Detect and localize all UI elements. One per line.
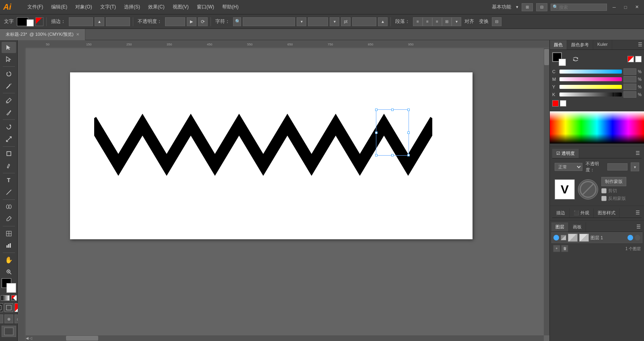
close-tab-btn[interactable]: ✕ bbox=[76, 32, 79, 37]
menu-help[interactable]: 帮助(H) bbox=[219, 2, 242, 12]
font-style-input[interactable]: Reg... bbox=[308, 17, 328, 26]
layer-preview-small[interactable] bbox=[2, 326, 16, 337]
font-input[interactable]: Arial bbox=[243, 17, 295, 26]
c-slider[interactable] bbox=[559, 70, 622, 74]
tool-type[interactable]: T bbox=[2, 175, 16, 186]
tab-transparency[interactable]: ☑ 透明度 bbox=[552, 149, 579, 158]
transform-dropdown-btn[interactable]: ⊟ bbox=[492, 17, 502, 26]
tool-paintbrush[interactable] bbox=[2, 107, 16, 118]
menu-text[interactable]: 文字(T) bbox=[97, 2, 119, 12]
tool-lasso[interactable] bbox=[2, 68, 16, 80]
scrollbar-thumb-v[interactable] bbox=[544, 49, 549, 65]
swatch-white[interactable] bbox=[560, 100, 566, 107]
tab-artboard[interactable]: 画板 bbox=[569, 222, 586, 232]
toolbar-stroke-swatch[interactable] bbox=[27, 19, 34, 27]
tab-gradient[interactable]: ⬛ 外观 bbox=[570, 208, 594, 218]
color-fg-bg[interactable] bbox=[552, 52, 566, 66]
new-layer-btn[interactable]: + bbox=[553, 245, 560, 252]
y-slider[interactable] bbox=[559, 85, 622, 89]
c-value[interactable]: 0 bbox=[623, 68, 636, 75]
menu-file[interactable]: 文件(F) bbox=[24, 2, 46, 12]
char-search-icon[interactable] bbox=[233, 17, 241, 26]
fg-bg-swatches[interactable] bbox=[2, 278, 16, 293]
align-justify-btn[interactable]: ⊞ bbox=[442, 17, 452, 26]
opacity-up-btn[interactable]: ▶ bbox=[187, 17, 196, 26]
nav-left-btn[interactable]: ◁ bbox=[29, 336, 32, 340]
gradient-swatch[interactable] bbox=[1, 295, 10, 301]
font-size-input[interactable]: 156.75 bbox=[352, 17, 376, 26]
menu-view[interactable]: 视图(V) bbox=[169, 2, 192, 12]
stroke-up-btn[interactable]: ▲ bbox=[95, 17, 104, 26]
m-value[interactable]: 0 bbox=[623, 76, 636, 82]
workspace-btn[interactable]: ⊞ bbox=[522, 3, 533, 11]
tool-pencil[interactable] bbox=[2, 160, 16, 171]
tool-rotate[interactable] bbox=[2, 121, 16, 133]
stroke-value-input[interactable] bbox=[106, 17, 130, 26]
y-value[interactable]: 0 bbox=[623, 84, 636, 90]
blend-mode-select[interactable]: 正常 bbox=[555, 163, 582, 171]
close-btn[interactable]: ✕ bbox=[633, 3, 641, 11]
scrollbar-thumb-h[interactable] bbox=[66, 336, 98, 341]
m-slider[interactable] bbox=[559, 77, 622, 81]
tool-pen[interactable] bbox=[2, 95, 16, 106]
search-input[interactable] bbox=[551, 4, 607, 11]
canvas-area[interactable]: 50 150 250 350 450 550 650 750 850 950 bbox=[18, 40, 549, 341]
arrange-btn[interactable]: ⊟ bbox=[536, 3, 547, 11]
canvas-scrollbar-v[interactable] bbox=[544, 48, 549, 335]
transparency-menu-btn[interactable]: ☰ bbox=[634, 149, 642, 158]
menu-select[interactable]: 选择(S) bbox=[121, 2, 143, 12]
menu-effect[interactable]: 效果(C) bbox=[145, 2, 168, 12]
tab-graphic-style[interactable]: 图形样式 bbox=[594, 208, 620, 218]
tool-eyedropper[interactable] bbox=[2, 213, 16, 224]
layer-extra-btn[interactable] bbox=[635, 235, 640, 240]
background-swatch[interactable] bbox=[6, 283, 16, 293]
tab-color-ref[interactable]: 颜色参考 bbox=[567, 40, 593, 49]
tab-kuler[interactable]: Kuler bbox=[593, 40, 612, 49]
minimize-btn[interactable]: ─ bbox=[610, 3, 618, 11]
tool-shape[interactable] bbox=[2, 148, 16, 159]
make-mask-btn[interactable]: 制作蒙版 bbox=[601, 177, 626, 186]
none-swatch[interactable] bbox=[11, 295, 17, 301]
tool-blend[interactable] bbox=[2, 201, 16, 213]
handle-tl[interactable] bbox=[375, 109, 378, 111]
appearance-menu-btn[interactable]: ☰ bbox=[634, 208, 642, 218]
align-center-btn[interactable]: ≡ bbox=[423, 17, 432, 26]
transparency-opacity-input[interactable]: 100% bbox=[607, 163, 627, 170]
doc-tab[interactable]: 未标题-23* @ 100% (CMYK/预览) ✕ bbox=[0, 29, 85, 40]
tool-zoom[interactable] bbox=[2, 266, 16, 277]
layers-menu-btn[interactable]: ☰ bbox=[635, 222, 642, 232]
basic-func-dropdown[interactable]: ▾ bbox=[516, 4, 518, 10]
font-size-unit-btn[interactable]: pt bbox=[341, 17, 351, 26]
tool-chart[interactable] bbox=[2, 240, 16, 251]
color-indicator-white[interactable] bbox=[635, 56, 642, 62]
size-up-btn[interactable]: ▲ bbox=[378, 17, 388, 26]
k-slider[interactable] bbox=[559, 92, 622, 97]
menu-object[interactable]: 对象(O) bbox=[72, 2, 95, 12]
k-value[interactable]: 100 bbox=[623, 91, 636, 98]
tool-magic-wand[interactable] bbox=[2, 80, 16, 92]
recolor-btn[interactable]: ⟳ bbox=[198, 17, 208, 26]
color-mode-btn1[interactable] bbox=[0, 303, 3, 312]
swatch-red[interactable] bbox=[552, 100, 559, 107]
opacity-input[interactable]: 100% bbox=[165, 17, 185, 26]
opacity-dropdown-btn[interactable]: ▾ bbox=[631, 162, 639, 171]
tab-stroke[interactable]: 描边 bbox=[552, 208, 570, 218]
tool-scale[interactable] bbox=[2, 134, 16, 145]
maximize-btn[interactable]: □ bbox=[621, 3, 630, 11]
tab-layers[interactable]: 图层 bbox=[551, 222, 569, 232]
color-mode-btn2[interactable] bbox=[4, 303, 13, 312]
align-right-btn[interactable]: ≡ bbox=[432, 17, 442, 26]
delete-layer-btn[interactable]: 🗑 bbox=[561, 245, 568, 252]
tool-direct-selection[interactable] bbox=[2, 54, 16, 65]
layer-visibility-btn[interactable] bbox=[553, 235, 559, 240]
extra-btn1[interactable] bbox=[0, 314, 3, 323]
toolbar-none-btn[interactable] bbox=[35, 17, 43, 26]
tab-color[interactable]: 颜色 bbox=[550, 40, 567, 49]
prev-page-btn[interactable]: ◀ bbox=[26, 336, 29, 340]
handle-tc[interactable] bbox=[391, 109, 394, 111]
style-dropdown-btn[interactable]: ▾ bbox=[330, 17, 339, 26]
align-left-btn[interactable]: ≡ bbox=[413, 17, 423, 26]
align-dropdown-btn[interactable]: ▾ bbox=[452, 17, 461, 26]
font-dropdown-btn[interactable]: ▾ bbox=[297, 17, 306, 26]
tool-line[interactable] bbox=[2, 187, 16, 198]
